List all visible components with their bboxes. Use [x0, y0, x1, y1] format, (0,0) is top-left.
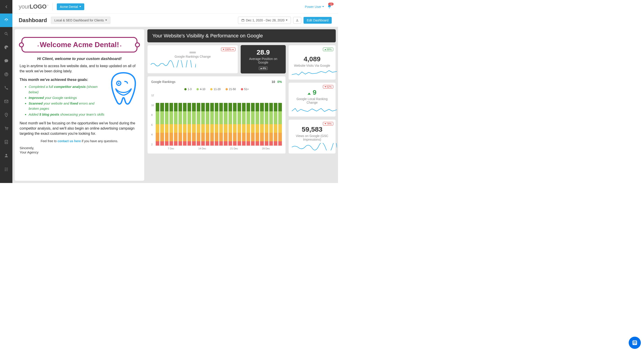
date-range-picker[interactable]: Dec 1, 2020 - Dec 28, 2020: [238, 17, 291, 24]
bar-placeholder-icon: [190, 52, 196, 54]
bar[interactable]: [160, 103, 164, 146]
svg-point-0: [6, 20, 6, 21]
sidebar-analytics[interactable]: [0, 40, 12, 54]
sparkline-icon: [292, 69, 337, 76]
divider: [52, 3, 53, 10]
sparkline-icon: [292, 143, 337, 150]
signature-2: Your Agency: [20, 150, 139, 154]
user-menu[interactable]: Power User: [305, 5, 324, 8]
bar[interactable]: [242, 103, 246, 146]
contact-link[interactable]: contact us here: [58, 139, 81, 143]
sidebar-search[interactable]: [0, 27, 12, 40]
page-title: Dashboard: [19, 17, 47, 24]
sidebar-mail[interactable]: [0, 95, 12, 108]
bar[interactable]: [260, 103, 264, 146]
svg-point-3: [6, 74, 7, 75]
svg-rect-10: [242, 19, 244, 21]
sidebar-user[interactable]: [0, 149, 12, 162]
chevron-down-icon: [105, 20, 107, 21]
edit-dashboard-button[interactable]: Edit Dashboard: [304, 17, 332, 24]
card-impressions[interactable]: 78% 59,583 Views on Google (GSC Impressi…: [288, 120, 336, 154]
legend-item[interactable]: 21-50: [226, 88, 236, 91]
bar[interactable]: [215, 103, 218, 146]
bar[interactable]: [165, 103, 168, 146]
sidebar-tasks[interactable]: [0, 162, 12, 176]
tooth-icon: [108, 72, 139, 106]
svg-point-9: [6, 154, 7, 156]
bar[interactable]: [192, 103, 196, 146]
sidebar-reports[interactable]: [0, 135, 12, 149]
sidebar-location[interactable]: [0, 108, 12, 122]
sidebar-nav: [0, 0, 12, 183]
bar[interactable]: [233, 103, 236, 146]
sparkline-icon: [151, 60, 196, 68]
toolbar: Dashboard Local & SEO Dashboard for Clie…: [12, 14, 338, 27]
sparkline-icon: [292, 106, 337, 113]
chevron-down-icon: [79, 6, 81, 7]
bar[interactable]: [174, 103, 178, 146]
account-selector[interactable]: Acme Dental: [57, 4, 84, 10]
bar[interactable]: [219, 103, 223, 146]
sidebar-target[interactable]: [0, 68, 12, 81]
signature-1: Sincerely,: [20, 146, 139, 150]
bar[interactable]: [224, 103, 227, 146]
bar[interactable]: [278, 103, 282, 146]
bar[interactable]: [201, 103, 205, 146]
trend-badge: 78%: [323, 122, 333, 126]
welcome-banner: • Welcome Acme Dental! •: [22, 37, 138, 52]
sidebar-phone[interactable]: [0, 81, 12, 95]
bar[interactable]: [178, 103, 182, 146]
legend-item[interactable]: 51+: [241, 88, 249, 91]
chevron-down-icon: [322, 6, 324, 7]
chart-legend: 1-34-1011-2021-5051+: [151, 88, 282, 91]
chart-title: Google Rankings: [151, 80, 175, 84]
card-value: 59,583: [292, 126, 332, 133]
svg-point-7: [7, 130, 8, 130]
bar[interactable]: [265, 103, 268, 146]
card-label: Website Visits Via Google: [292, 64, 332, 68]
card-visits[interactable]: 99% 4,089 Website Visits Via Google: [288, 45, 336, 80]
welcome-footer: Feel free to contact us here if you have…: [20, 139, 139, 143]
bar[interactable]: [156, 103, 159, 146]
goal-item: Added 5 blog posts showcasing your team'…: [28, 112, 139, 117]
bar[interactable]: [246, 103, 250, 146]
download-button[interactable]: [293, 17, 301, 24]
card-rankings-change[interactable]: 100%●● Google Rankings Change: [147, 45, 238, 74]
welcome-heading: Hi Client, welcome to your custom dashbo…: [20, 56, 139, 61]
bar[interactable]: [228, 103, 232, 146]
calendar-icon: [241, 19, 244, 22]
dashboard-selector[interactable]: Local & SEO Dashboard for Clients: [51, 17, 110, 24]
card-local-rank[interactable]: 52% 9 Google Local Ranking Change: [288, 82, 336, 117]
bar[interactable]: [183, 103, 186, 146]
card-value: 28.9: [244, 48, 282, 56]
chart-count: 10: [272, 80, 275, 84]
card-label: Google Local Ranking Change: [292, 97, 332, 104]
notifications-button[interactable]: 100: [327, 4, 332, 10]
sidebar-chat[interactable]: [0, 54, 12, 68]
bar[interactable]: [170, 103, 173, 146]
topbar: yourLOGO™ Acme Dental Power User 100: [12, 0, 338, 14]
bar[interactable]: [210, 103, 214, 146]
svg-point-5: [6, 114, 6, 115]
logo: yourLOGO™: [19, 3, 48, 10]
card-avg-position[interactable]: 28.9 Average Position on Google 4%: [241, 45, 286, 74]
bar[interactable]: [274, 103, 278, 146]
sidebar-dashboard[interactable]: [0, 14, 12, 27]
bar[interactable]: [197, 103, 200, 146]
legend-item[interactable]: 11-20: [210, 88, 220, 91]
bar[interactable]: [251, 103, 255, 146]
bar[interactable]: [238, 103, 241, 146]
bar[interactable]: [188, 103, 191, 146]
svg-point-6: [6, 130, 6, 130]
sidebar-cart[interactable]: [0, 122, 12, 135]
welcome-panel: • Welcome Acme Dental! • Hi Client, welc…: [15, 29, 144, 181]
legend-item[interactable]: 1-3: [184, 88, 192, 91]
bar[interactable]: [256, 103, 259, 146]
svg-point-2: [4, 73, 8, 76]
bar[interactable]: [206, 103, 209, 146]
bar[interactable]: [269, 103, 273, 146]
card-label: Google Rankings Change: [151, 55, 234, 58]
download-icon: [296, 19, 299, 22]
legend-item[interactable]: 4-10: [196, 88, 205, 91]
sidebar-back[interactable]: [0, 0, 12, 14]
